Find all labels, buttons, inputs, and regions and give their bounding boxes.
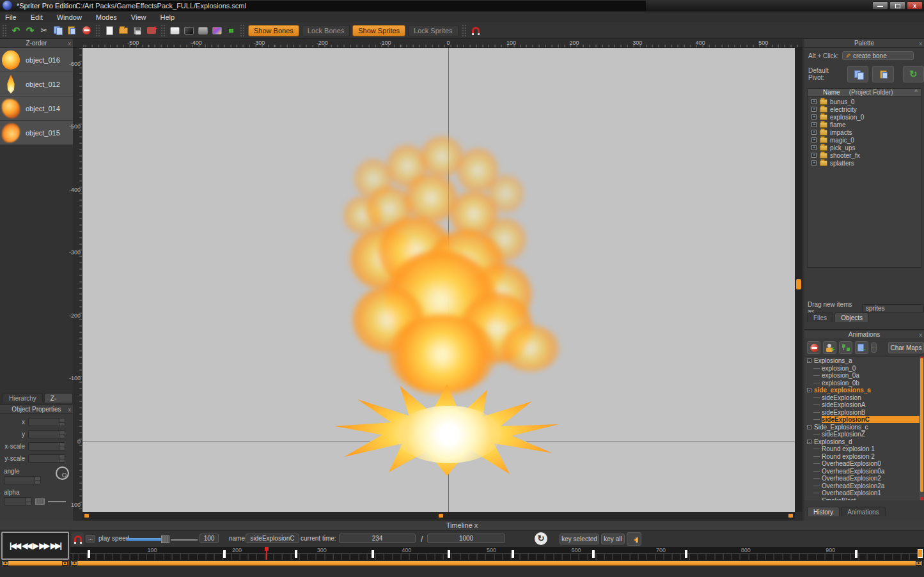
undo-button[interactable]: ↶ — [9, 24, 23, 37]
play-speed-slider-track[interactable] — [126, 538, 162, 541]
property-field-x[interactable] — [28, 418, 65, 426]
alpha-slider-track[interactable] — [48, 501, 66, 502]
expand-icon[interactable]: + — [811, 153, 817, 158]
range-handle[interactable] — [62, 561, 68, 565]
close-panel-icon[interactable]: x — [68, 39, 72, 48]
alpha-spinner[interactable] — [26, 498, 31, 505]
duplicate-animation-button[interactable]: → — [855, 341, 868, 354]
animations-scrollbar[interactable] — [920, 357, 924, 500]
keyframe-marker[interactable] — [372, 550, 374, 558]
animation-tree-row[interactable]: SmokeBlast — [804, 497, 920, 501]
save-button[interactable] — [130, 24, 145, 37]
animation-tree-row[interactable]: OverheadExplosion1 — [804, 489, 920, 497]
expand-icon[interactable]: + — [811, 122, 817, 127]
view-mode-light-button[interactable] — [168, 24, 182, 37]
redo-button[interactable]: ↷ — [23, 24, 37, 37]
lock-sprites-toggle[interactable]: Lock Sprites — [408, 25, 458, 36]
lock-bones-toggle[interactable]: Lock Bones — [302, 25, 350, 36]
cut-button[interactable]: ✂ — [37, 24, 51, 37]
close-button[interactable]: x — [907, 1, 923, 10]
animation-tree-row[interactable]: OverheadExplosion2a — [804, 482, 920, 490]
palette-tree-header[interactable]: Name (Project Folder) ^ — [807, 88, 921, 96]
expand-icon[interactable]: + — [811, 130, 817, 135]
keyframe-marker[interactable] — [855, 550, 857, 558]
refresh-pivots-button[interactable]: ↻ — [903, 66, 924, 82]
angle-field[interactable] — [4, 476, 41, 484]
timeline-ruler[interactable]: 100200300400500600700800900 — [70, 547, 924, 560]
zorder-item[interactable]: object_012 — [0, 72, 73, 96]
timeline-snap-button[interactable] — [72, 532, 84, 546]
open-file-button[interactable] — [116, 24, 130, 37]
close-panel-icon[interactable]: x — [920, 330, 923, 339]
animations-scroll-handle[interactable] — [920, 358, 923, 492]
animation-tree-row[interactable]: sideExplosionC — [804, 416, 920, 424]
current-time-field[interactable]: 234 — [339, 534, 416, 543]
alpha-field[interactable] — [4, 497, 32, 505]
animation-hierarchy-button[interactable] — [839, 341, 852, 354]
hscroll-left-marker[interactable] — [84, 513, 90, 518]
palette-folder-row[interactable]: +splatters — [808, 159, 921, 167]
animation-tree-row[interactable]: explosion_0a — [804, 372, 920, 380]
close-panel-icon[interactable]: x — [68, 405, 72, 414]
palette-panel-header[interactable]: Palette x — [804, 39, 924, 48]
menu-view[interactable]: View — [131, 13, 146, 21]
minimize-button[interactable] — [872, 1, 888, 10]
expand-icon[interactable]: + — [811, 137, 817, 142]
palette-folder-row[interactable]: +bunus_0 — [808, 98, 921, 105]
animation-tree-row[interactable]: -Side_Explosions_c — [804, 424, 920, 431]
animations-panel-header[interactable]: Animations x — [804, 330, 924, 339]
animation-tree-row[interactable]: -Explosions_a — [804, 357, 920, 365]
tab-files[interactable]: Files — [807, 312, 833, 322]
palette-folder-row[interactable]: +electricity — [808, 105, 921, 113]
expand-icon[interactable]: + — [811, 160, 817, 165]
import-button[interactable] — [145, 24, 159, 37]
animation-tree-row[interactable]: Round explosion 2 — [804, 453, 920, 461]
angle-dial[interactable] — [56, 466, 69, 480]
collapse-icon[interactable]: - — [807, 425, 811, 429]
keyframe-marker[interactable] — [88, 550, 90, 558]
alpha-slider-handle[interactable] — [35, 498, 45, 505]
collapse-icon[interactable]: - — [807, 388, 811, 392]
keyframe-marker[interactable] — [448, 550, 450, 558]
show-sprites-toggle[interactable]: Show Sprites — [352, 25, 405, 36]
animation-tree-row[interactable]: sideExplosionA — [804, 401, 920, 409]
zorder-item[interactable]: object_016 — [0, 48, 73, 72]
fit-view-button[interactable] — [224, 24, 238, 37]
animation-tree-row[interactable]: OverheadExplosion2 — [804, 475, 920, 482]
palette-folder-row[interactable]: +flame — [808, 121, 921, 128]
object-properties-header[interactable]: Object Properties x — [0, 405, 73, 414]
property-field-x-scale[interactable] — [28, 442, 65, 450]
range-handle[interactable] — [3, 561, 8, 565]
expand-icon[interactable]: + — [811, 114, 817, 119]
tab-animations[interactable]: Animations — [841, 507, 885, 516]
angle-spinner[interactable] — [35, 477, 40, 484]
animation-tree-row[interactable]: Round explosion 1 — [804, 445, 920, 453]
timeline-range-bar[interactable] — [70, 560, 923, 566]
new-file-button[interactable] — [102, 24, 116, 37]
animation-tree-row[interactable]: explosion_0 — [804, 365, 920, 373]
expand-icon[interactable]: + — [811, 145, 817, 150]
menu-window[interactable]: Window — [57, 13, 82, 21]
play-button[interactable]: ▶ — [32, 541, 38, 550]
copy-button[interactable] — [51, 24, 65, 37]
canvas-horizontal-scrollbar[interactable] — [82, 512, 795, 519]
char-maps-button[interactable]: Char Maps — [888, 342, 924, 353]
keyframe-marker[interactable] — [592, 550, 595, 558]
keyframe-marker[interactable] — [223, 550, 226, 558]
palette-folder-row[interactable]: +impacts — [808, 128, 921, 136]
paste-button[interactable] — [65, 24, 79, 37]
duration-field[interactable]: 1000 — [427, 534, 505, 543]
collapse-icon[interactable]: - — [807, 358, 811, 363]
title-bar[interactable]: *Spriter Pro Edition C:/Art Packs/GameEf… — [0, 0, 924, 12]
collapse-icon[interactable]: ^ — [914, 89, 918, 96]
timeline-left-range-bar[interactable] — [1, 560, 69, 566]
delete-animation-button[interactable] — [807, 341, 820, 354]
hscroll-right-marker[interactable] — [788, 513, 794, 518]
prev-frame-button[interactable]: ◀◀ — [21, 541, 31, 550]
maximize-button[interactable] — [889, 1, 905, 10]
show-bones-toggle[interactable]: Show Bones — [248, 25, 299, 36]
palette-folder-row[interactable]: +magic_0 — [808, 136, 921, 144]
drag-new-items-select[interactable]: sprites — [862, 304, 924, 312]
tab-history[interactable]: History — [807, 507, 840, 516]
menu-help[interactable]: Help — [161, 13, 175, 21]
